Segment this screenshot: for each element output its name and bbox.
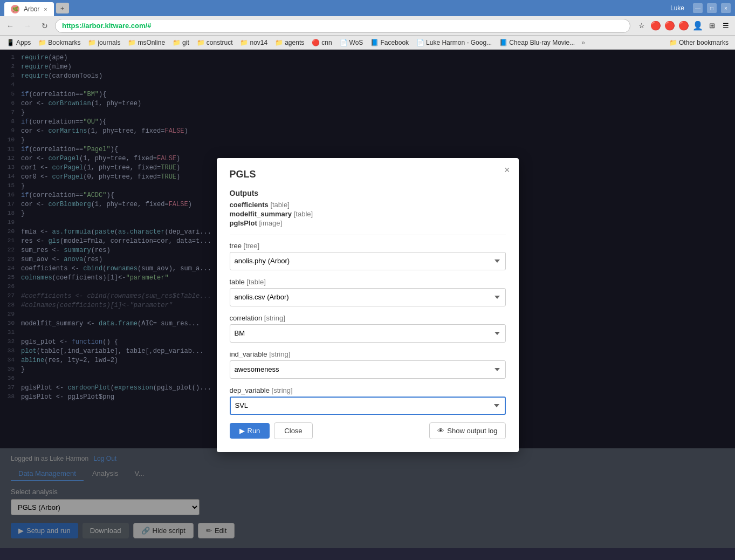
modal-backdrop: PGLS × Outputs coefficients [table] mode… xyxy=(0,50,735,560)
back-button[interactable]: ← xyxy=(3,19,17,33)
outputs-label: Outputs xyxy=(230,189,506,197)
nav-bar: ← → ↻ https:// arbor.kitware.com/# ☆ 🔴 🔴… xyxy=(0,16,735,36)
new-tab-button[interactable]: + xyxy=(56,3,69,13)
title-bar: 🌿 Arbor × + Luke — □ × xyxy=(0,0,735,16)
maximize-button[interactable]: □ xyxy=(707,3,717,13)
ext-icon-5[interactable]: ⊞ xyxy=(706,20,718,32)
close-window-button[interactable]: × xyxy=(721,3,731,13)
tree-select[interactable]: anolis.phy (Arbor) xyxy=(230,252,506,270)
minimize-button[interactable]: — xyxy=(693,3,703,13)
bookmarks-bar: 📱Apps 📁Bookmarks 📁journals 📁msOnline 📁gi… xyxy=(0,36,735,50)
output-item-coefficients: coefficients [table] xyxy=(230,201,506,209)
table-select[interactable]: anolis.csv (Arbor) xyxy=(230,288,506,306)
divider xyxy=(230,235,506,235)
bookmark-lukeharmon[interactable]: 📄Luke Harmon - Goog... xyxy=(413,38,495,47)
run-play-icon: ▶ xyxy=(239,427,245,435)
field-correlation: correlation [string] BM OU Pagel ACDC xyxy=(230,314,506,343)
tab-close-button[interactable]: × xyxy=(44,6,47,12)
ext-icon-4[interactable]: 👤 xyxy=(692,20,704,32)
bookmark-journals[interactable]: 📁journals xyxy=(85,38,123,47)
show-log-button[interactable]: 👁 Show output log xyxy=(429,422,505,439)
bookmark-nov14[interactable]: 📁nov14 xyxy=(237,38,271,47)
tab-title: Arbor xyxy=(24,5,39,13)
outputs-list: coefficients [table] modelfit_summary [t… xyxy=(230,201,506,227)
dep-variable-select[interactable]: SVL xyxy=(230,397,506,415)
url-secure: https:// xyxy=(62,22,85,30)
run-button[interactable]: ▶ Run xyxy=(230,423,270,439)
bookmark-facebook[interactable]: 📘Facebook xyxy=(367,38,412,47)
nav-extension-icons: ☆ 🔴 🔴 🔴 👤 ⊞ ☰ xyxy=(636,20,732,32)
bookmark-msonline[interactable]: 📁msOnline xyxy=(125,38,168,47)
eye-icon: 👁 xyxy=(437,427,444,435)
field-ind-variable: ind_variable [string] awesomeness xyxy=(230,350,506,379)
modal-title: PGLS xyxy=(230,169,506,180)
output-item-modelfit: modelfit_summary [table] xyxy=(230,210,506,218)
window-controls: Luke — □ × xyxy=(670,3,731,13)
bookmark-cnn[interactable]: 🔴cnn xyxy=(308,38,335,47)
refresh-button[interactable]: ↻ xyxy=(38,19,52,33)
field-dep-variable-label: dep_variable [string] xyxy=(230,386,506,394)
field-table: table [table] anolis.csv (Arbor) xyxy=(230,278,506,306)
bookmark-other[interactable]: 📁Other bookmarks xyxy=(666,38,732,47)
bookmark-construct[interactable]: 📁construct xyxy=(194,38,236,47)
bookmark-wos[interactable]: 📄WoS xyxy=(336,38,367,47)
show-log-area: 👁 Show output log xyxy=(429,422,505,439)
field-tree: tree [tree] anolis.phy (Arbor) xyxy=(230,242,506,270)
ext-icon-6[interactable]: ☰ xyxy=(720,20,732,32)
address-bar[interactable]: https:// arbor.kitware.com/# xyxy=(55,19,630,33)
ext-icon-2[interactable]: 🔴 xyxy=(664,20,676,32)
modal-footer: ▶ Run Close 👁 Show output log xyxy=(230,422,506,439)
pgls-modal: PGLS × Outputs coefficients [table] mode… xyxy=(217,158,519,452)
ind-variable-select[interactable]: awesomeness xyxy=(230,360,506,379)
bookmark-git[interactable]: 📁git xyxy=(169,38,193,47)
field-dep-variable: dep_variable [string] SVL xyxy=(230,386,506,415)
url-text: arbor.kitware.com/# xyxy=(85,22,151,30)
modal-close-button[interactable]: × xyxy=(504,165,510,176)
user-name: Luke xyxy=(670,4,684,12)
star-icon[interactable]: ☆ xyxy=(636,20,648,32)
ext-icon-3[interactable]: 🔴 xyxy=(678,20,690,32)
bookmark-bookmarks[interactable]: 📁Bookmarks xyxy=(35,38,84,47)
bookmark-agents[interactable]: 📁agents xyxy=(272,38,307,47)
output-item-pglsplot: pglsPlot [image] xyxy=(230,219,506,227)
field-ind-variable-label: ind_variable [string] xyxy=(230,350,506,358)
field-table-label: table [table] xyxy=(230,278,506,286)
forward-button[interactable]: → xyxy=(20,19,35,33)
browser-tab[interactable]: 🌿 Arbor × xyxy=(4,2,54,16)
ext-icon-1[interactable]: 🔴 xyxy=(650,20,662,32)
close-modal-button[interactable]: Close xyxy=(274,422,312,439)
more-bookmarks[interactable]: » xyxy=(579,39,587,46)
bookmark-apps[interactable]: 📱Apps xyxy=(3,38,34,47)
correlation-select[interactable]: BM OU Pagel ACDC xyxy=(230,324,506,343)
bookmark-bluray[interactable]: 📘Cheap Blu-ray Movie... xyxy=(496,38,578,47)
field-tree-label: tree [tree] xyxy=(230,242,506,250)
tab-favicon: 🌿 xyxy=(11,5,19,13)
field-correlation-label: correlation [string] xyxy=(230,314,506,322)
